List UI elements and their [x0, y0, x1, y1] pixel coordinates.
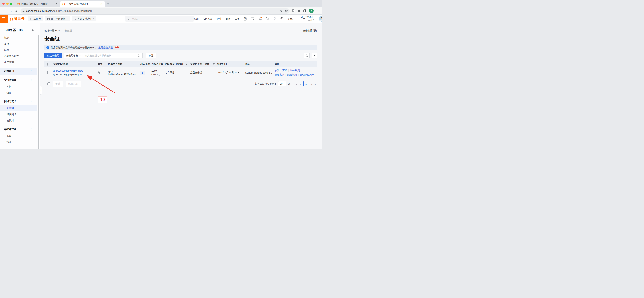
region-selector-dropdown[interactable]: 华东1 (杭州): [72, 16, 96, 21]
back-icon[interactable]: ←: [2, 9, 7, 12]
nav-link-icp[interactable]: ICP 备案: [203, 17, 212, 20]
notifications-bell-icon[interactable]: [258, 17, 262, 20]
select-all-checkbox[interactable]: [48, 62, 48, 66]
window-controls[interactable]: [0, 0, 15, 7]
sidebar-section-instances-images[interactable]: 实例与镜像 ⋮: [0, 77, 37, 83]
kebab-menu-icon[interactable]: ⋮: [30, 79, 32, 81]
url-bar[interactable]: ecs.console.aliyun.com/securityGroup/reg…: [20, 8, 290, 13]
lightbulb-icon[interactable]: [274, 17, 276, 20]
sidebar-item-security-groups[interactable]: 安全组: [0, 105, 37, 111]
bookmark-star-icon[interactable]: [285, 9, 288, 12]
sidebar-item-self-check[interactable]: 自助问题排查: [0, 53, 37, 59]
global-search-input[interactable]: [132, 17, 192, 20]
nav-link-support[interactable]: 支持: [226, 17, 230, 20]
chrome-menu-icon[interactable]: ⋮: [316, 9, 319, 12]
page-size-select[interactable]: 20: [278, 81, 286, 86]
new-tab-button[interactable]: +: [105, 2, 112, 7]
share-icon[interactable]: [279, 9, 282, 12]
edit-tags-button[interactable]: 编辑标签: [66, 81, 81, 87]
kebab-menu-icon[interactable]: ⋮: [30, 70, 32, 73]
cloudshell-terminal-icon[interactable]: [251, 17, 254, 20]
sidebar-item-images[interactable]: 镜像: [0, 90, 37, 96]
workbench-button[interactable]: 工作台: [28, 16, 43, 21]
kebab-menu-icon[interactable]: ⋮: [30, 100, 32, 103]
tab-close-icon[interactable]: ✕: [100, 2, 103, 5]
side-panel-icon[interactable]: [304, 9, 306, 12]
sidebar-item-overview[interactable]: 概览: [0, 35, 37, 41]
related-instances-count[interactable]: 1: [140, 71, 144, 75]
reading-list-icon[interactable]: [292, 9, 295, 12]
sidebar-section-favorites[interactable]: 我的常用 ⋮: [0, 68, 37, 74]
current-page-button[interactable]: 1: [304, 81, 308, 86]
tag-filter-button[interactable]: 标签: [146, 53, 156, 58]
divider: [0, 76, 34, 76]
nav-link-ticket[interactable]: 工单: [235, 17, 240, 20]
export-download-button[interactable]: [312, 53, 317, 58]
delete-button[interactable]: 删除: [52, 81, 63, 87]
sidebar-section-network-security[interactable]: 网络与安全 ⋮: [0, 98, 37, 105]
aliyun-logo[interactable]: (-) 阿里云: [8, 16, 28, 21]
help-circle-icon[interactable]: ?: [157, 74, 160, 76]
language-toggle[interactable]: 简体: [288, 17, 292, 20]
hamburger-menu-icon[interactable]: [0, 14, 8, 23]
sidebar-scrollbar[interactable]: [38, 35, 39, 149]
browser-tab-free-trial[interactable]: (-) 阿里云免费试用 - 阿里云 ✕: [15, 0, 60, 7]
action-clone[interactable]: 克隆: [282, 69, 287, 72]
security-group-search-input[interactable]: [85, 54, 134, 57]
nav-link-enterprise[interactable]: 企业: [216, 17, 222, 20]
security-notice-link[interactable]: 安全使用须知: [303, 29, 317, 32]
create-security-group-button[interactable]: 创建安全组: [44, 53, 62, 58]
browser-profile-avatar[interactable]: g: [309, 8, 314, 13]
first-page-button[interactable]: «: [295, 82, 298, 85]
filter-funnel-icon[interactable]: [213, 63, 215, 65]
tag-icon[interactable]: [98, 71, 108, 74]
tab-close-icon[interactable]: ✕: [55, 2, 58, 5]
filter-funnel-icon[interactable]: [185, 63, 188, 65]
zoom-window-button[interactable]: [10, 2, 12, 5]
action-restore-rules[interactable]: 还原规则: [290, 69, 300, 72]
sidebar-item-keypairs[interactable]: 密钥对: [0, 118, 37, 124]
search-submit-icon[interactable]: [136, 53, 142, 58]
footer-checkbox[interactable]: [48, 82, 50, 85]
sidebar-item-instances[interactable]: 实例: [0, 83, 37, 90]
sidebar-item-snapshots[interactable]: 快照: [0, 139, 37, 145]
security-group-id-link[interactable]: sg-bp15sv9ggpwp55onpakg: [53, 69, 83, 72]
minimize-window-button[interactable]: [6, 2, 8, 5]
action-configure-rules[interactable]: 配置规则: [287, 73, 297, 76]
sidebar-item-eni[interactable]: 弹性网卡: [0, 111, 37, 118]
browser-tab-ecs-console[interactable]: (-) 云服务器管理控制台 ✕: [60, 1, 105, 7]
mobile-app-icon[interactable]: APP: [244, 17, 247, 20]
sidebar-section-storage-snapshots[interactable]: 存储与快照 ⋮: [0, 126, 37, 133]
url-text[interactable]: ecs.console.aliyun.com/securityGroup/reg…: [26, 9, 92, 12]
next-page-button[interactable]: ›: [310, 82, 313, 85]
refresh-button[interactable]: [304, 53, 310, 58]
close-window-button[interactable]: [2, 2, 5, 5]
prev-page-button[interactable]: ‹: [299, 82, 302, 85]
nav-link-fee[interactable]: 费用: [194, 17, 198, 20]
sidebar-item-tags[interactable]: 标签: [0, 47, 37, 53]
sidebar-collapse-handle[interactable]: ‹: [40, 86, 42, 95]
account-resources-dropdown[interactable]: 账号全部资源: [45, 16, 70, 21]
filter-field-dropdown[interactable]: 安全组名称: [64, 53, 83, 58]
user-info[interactable]: dt_852701... 主账号: [301, 16, 315, 22]
best-practice-link[interactable]: 查看最佳实践: [98, 46, 113, 49]
sidebar-item-app-mgmt[interactable]: 应用管理: [0, 59, 37, 66]
action-manage-eni[interactable]: 管理弹性网卡: [300, 73, 314, 76]
reload-icon[interactable]: [14, 9, 20, 12]
global-search[interactable]: [126, 16, 194, 22]
kebab-menu-icon[interactable]: ⋮: [30, 128, 32, 131]
sidebar-item-disks[interactable]: 云盘: [0, 133, 37, 139]
row-checkbox[interactable]: [48, 71, 48, 74]
sidebar-item-events[interactable]: 事件: [0, 41, 37, 47]
sidebar-search-icon[interactable]: [32, 29, 34, 31]
last-page-button[interactable]: »: [314, 82, 317, 85]
help-icon[interactable]: ?: [280, 17, 284, 20]
vpc-id[interactable]: vpc-bp12cpx0qpae4236q0rww: [108, 70, 140, 75]
extensions-puzzle-icon[interactable]: [298, 9, 301, 12]
cart-icon[interactable]: [266, 17, 269, 20]
user-avatar[interactable]: [319, 16, 322, 22]
action-modify[interactable]: 修改: [274, 69, 279, 72]
action-manage-instances[interactable]: 管理实例: [274, 73, 284, 76]
forward-icon[interactable]: →: [8, 9, 14, 12]
breadcrumb-root[interactable]: 云服务器 ECS: [44, 29, 60, 32]
